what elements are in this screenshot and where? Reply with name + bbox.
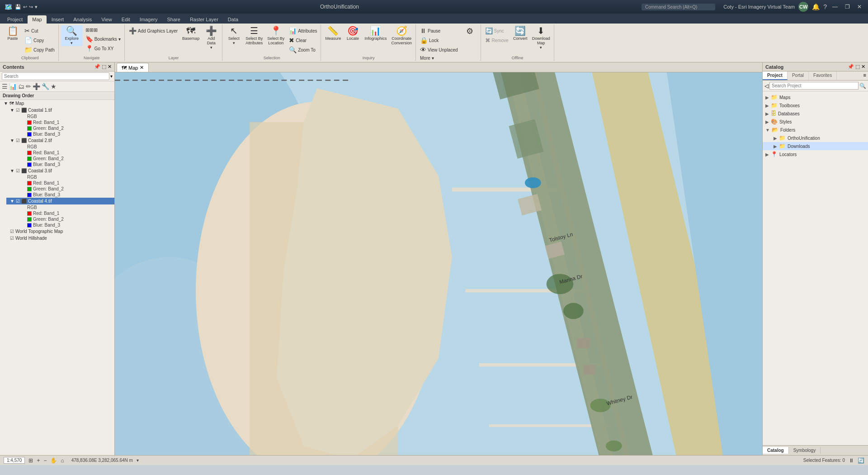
more-qat[interactable]: ▾ bbox=[35, 4, 38, 10]
catalog-folders[interactable]: ▼ 📂 Folders bbox=[763, 126, 868, 134]
copy-button[interactable]: 📄 Copy bbox=[23, 36, 57, 45]
catalog-pin-btn[interactable]: 📌 bbox=[848, 64, 854, 70]
star-icon[interactable]: ★ bbox=[51, 83, 57, 90]
world-hillshade-layer[interactable]: ☑ World Hillshade bbox=[6, 235, 114, 242]
tab-project[interactable]: Project bbox=[3, 15, 27, 24]
restore-btn[interactable]: ❐ bbox=[843, 4, 852, 10]
catalog-maps[interactable]: ▶ 📁 Maps bbox=[763, 93, 868, 101]
attributes-button[interactable]: 📊 Attributes bbox=[287, 26, 319, 35]
pan-icon[interactable]: ✋ bbox=[50, 457, 57, 464]
locate-button[interactable]: 🎯 Locate bbox=[344, 25, 362, 42]
help-icon[interactable]: ? bbox=[823, 3, 827, 10]
bookmarks-button[interactable]: 🔖 Bookmarks ▾ bbox=[84, 34, 123, 43]
tools-icon[interactable]: 🔧 bbox=[42, 83, 49, 90]
add-graphics-button[interactable]: ➕ Add Graphics Layer bbox=[127, 26, 179, 35]
table-icon[interactable]: 🗂 bbox=[18, 83, 24, 90]
catalog-bottom-symbology[interactable]: Symbology bbox=[789, 447, 821, 454]
contents-float-btn[interactable]: ⬚ bbox=[102, 64, 106, 70]
cut-button[interactable]: ✂ Cut bbox=[23, 26, 57, 35]
catalog-styles[interactable]: ▶ 🎨 Styles bbox=[763, 118, 868, 126]
map-tab-close[interactable]: ✕ bbox=[140, 65, 144, 71]
tab-imagery[interactable]: Imagery bbox=[135, 15, 162, 24]
catalog-tab-project[interactable]: Project bbox=[763, 71, 788, 80]
undo-qat[interactable]: ↩ bbox=[23, 4, 27, 10]
coastal2-layer[interactable]: ▼ ☑ ⬛ Coastal 2.tif bbox=[6, 137, 114, 144]
world-topo-layer[interactable]: ☑ World Topographic Map bbox=[6, 228, 114, 235]
search-dropdown-icon[interactable]: ▾ bbox=[110, 74, 113, 79]
clear-button[interactable]: ✖ Clear bbox=[287, 36, 319, 45]
sync-button[interactable]: 🔄 Sync bbox=[483, 26, 510, 35]
catalog-tab-portal[interactable]: Portal bbox=[788, 71, 809, 80]
zoom-out-icon[interactable]: − bbox=[43, 457, 47, 464]
refresh-icon-status[interactable]: 🔄 bbox=[858, 457, 864, 464]
go-to-xy-button[interactable]: 📍 Go To XY bbox=[84, 44, 123, 53]
catalog-ortho[interactable]: ▶ 📁 OrthoUnification bbox=[763, 134, 868, 142]
map-canvas[interactable]: Tolstoy Ln Marina Dr Whitney Dr bbox=[115, 72, 762, 455]
catalog-downloads[interactable]: ▶ 📁 Downloads bbox=[763, 142, 868, 150]
coastal1-layer[interactable]: ▼ ☑ ⬛ Coastal 1.tif bbox=[6, 107, 114, 114]
tab-analysis[interactable]: Analysis bbox=[69, 15, 96, 24]
copy-path-button[interactable]: 📁 Copy Path bbox=[23, 45, 57, 54]
user-avatar[interactable]: CW bbox=[798, 2, 808, 12]
tab-data[interactable]: Data bbox=[223, 15, 243, 24]
minimize-btn[interactable]: — bbox=[830, 4, 840, 10]
paste-button[interactable]: 📋 Paste bbox=[4, 25, 22, 42]
list-view-icon[interactable]: ☰ bbox=[2, 83, 8, 90]
basemap-button[interactable]: 🗺 Basemap bbox=[180, 25, 201, 42]
coordinate-conversion-button[interactable]: 🧭 CoordinateConversion bbox=[390, 25, 414, 46]
pause-icon-status[interactable]: ⏸ bbox=[849, 457, 854, 464]
tab-edit[interactable]: Edit bbox=[117, 15, 135, 24]
infographics-button[interactable]: 📊 Infographics bbox=[363, 25, 388, 42]
zoom-in-icon[interactable]: + bbox=[37, 457, 40, 464]
tab-raster-layer[interactable]: Raster Layer bbox=[185, 15, 223, 24]
search-bar-title[interactable]: Command Search (Alt+Q) bbox=[642, 4, 715, 10]
add-data-button[interactable]: ➕ AddData ▾ bbox=[202, 25, 220, 51]
catalog-databases[interactable]: ▶ 🗄 Databases bbox=[763, 109, 868, 118]
contents-search-input[interactable] bbox=[2, 72, 109, 80]
download-map-button[interactable]: ⬇ DownloadMap ▾ bbox=[530, 25, 552, 51]
units-dropdown[interactable]: ▾ bbox=[137, 458, 139, 463]
catalog-tab-favorites[interactable]: Favorites bbox=[809, 71, 837, 80]
catalog-locators[interactable]: ▶ 📍 Locators bbox=[763, 150, 868, 158]
lock-button[interactable]: 🔒 Lock bbox=[418, 36, 460, 45]
convert-button[interactable]: 🔄 Convert bbox=[511, 25, 529, 42]
contents-close-btn[interactable]: ✕ bbox=[108, 64, 112, 70]
pause-button[interactable]: ⏸ Pause bbox=[418, 26, 460, 35]
catalog-add-btn[interactable]: ≡ bbox=[862, 71, 868, 80]
remove-button[interactable]: ✖ Remove bbox=[483, 36, 510, 45]
home-icon[interactable]: ⌂ bbox=[61, 457, 64, 464]
catalog-toolboxes[interactable]: ▶ 📁 Toolboxes bbox=[763, 101, 868, 109]
catalog-float-btn[interactable]: ⬚ bbox=[855, 64, 860, 70]
tab-share[interactable]: Share bbox=[163, 15, 185, 24]
close-btn[interactable]: ✕ bbox=[855, 4, 863, 10]
coastal3-layer[interactable]: ▼ ☑ ⬛ Coastal 3.tif bbox=[6, 167, 114, 174]
plus-icon[interactable]: ➕ bbox=[33, 83, 40, 90]
measure-button[interactable]: 📏 Measure bbox=[323, 25, 343, 42]
tab-insert[interactable]: Insert bbox=[47, 15, 69, 24]
coastal4-layer[interactable]: ▼ ☑ ⬛ Coastal 4.tif bbox=[6, 198, 114, 204]
notification-icon[interactable]: 🔔 bbox=[812, 3, 820, 10]
catalog-bottom-catalog[interactable]: Catalog bbox=[763, 447, 789, 454]
explore-button[interactable]: 🔍 Explore ▾ bbox=[61, 25, 83, 46]
more-button[interactable]: More ▾ bbox=[418, 55, 460, 62]
labeling-settings-icon[interactable]: ⚙ bbox=[461, 25, 479, 37]
catalog-search-btn[interactable]: 🔍 bbox=[859, 83, 866, 89]
redo-qat[interactable]: ↪ bbox=[29, 4, 33, 10]
map-tab[interactable]: 🗺 Map ✕ bbox=[117, 63, 149, 72]
explore-dropdown[interactable]: ▾ bbox=[71, 41, 73, 45]
select-by-attributes-button[interactable]: ☰ Select ByAttributes bbox=[244, 25, 264, 46]
nav-grid-btn[interactable]: ⊞⊞⊞ bbox=[84, 26, 99, 34]
edit-icon[interactable]: ✏ bbox=[26, 83, 31, 90]
catalog-close-btn[interactable]: ✕ bbox=[861, 64, 865, 70]
drawing-order-icon[interactable]: 📊 bbox=[9, 83, 17, 90]
tab-map[interactable]: Map bbox=[28, 15, 46, 24]
contents-pin-btn[interactable]: 📌 bbox=[94, 64, 100, 70]
catalog-back-btn[interactable]: ◁ bbox=[764, 83, 769, 89]
view-unplaced-button[interactable]: 👁 View Unplaced bbox=[418, 45, 460, 54]
save-qat[interactable]: 💾 bbox=[15, 4, 21, 10]
layer-map-root[interactable]: ▼ 🗺 Map bbox=[0, 100, 114, 107]
select-button[interactable]: ↖ Select ▾ bbox=[225, 25, 243, 46]
catalog-search-input[interactable] bbox=[769, 82, 859, 90]
nav-icons[interactable]: ⊞ bbox=[28, 457, 33, 464]
zoom-to-button[interactable]: 🔍 Zoom To bbox=[287, 45, 319, 54]
